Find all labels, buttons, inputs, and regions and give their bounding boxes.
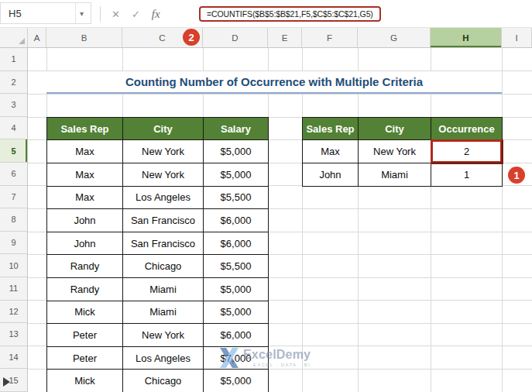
salary-cell[interactable]: $5,000 [204,140,269,163]
left-header-city[interactable]: City [123,118,204,141]
rep-cell[interactable]: Peter [47,347,123,370]
city-cell[interactable]: New York [359,140,431,163]
city-cell[interactable]: New York [123,163,204,187]
city-cell[interactable]: Los Angeles [123,187,204,210]
city-cell[interactable]: Miami [123,301,204,325]
row-header-12[interactable]: 12 [0,301,27,324]
row-header-5[interactable]: 5 [0,139,27,163]
salary-cell[interactable]: $5,500 [204,187,269,210]
salary-cell[interactable]: $5,500 [204,255,269,278]
row-header-11[interactable]: 11 [0,277,27,301]
rep-cell[interactable]: John [47,209,123,232]
city-cell[interactable]: Chicago [123,370,204,392]
enter-icon[interactable]: ✓ [132,9,140,20]
rep-cell[interactable]: Mick [47,301,123,325]
exceldemy-logo-icon [219,347,239,369]
salary-cell[interactable]: $5,000 [204,278,269,301]
column-header-b[interactable]: B [46,28,122,48]
salary-cell[interactable]: $6,000 [204,209,269,232]
row-header-10[interactable]: 10 [0,254,27,277]
right-header-city[interactable]: City [359,118,431,141]
row-header-6[interactable]: 6 [0,163,27,186]
row-headers: 1 2 3 4 5 6 7 8 9 10 11 12 13 14 15 [0,48,28,392]
row-header-14[interactable]: 14 [0,346,27,370]
left-header-sales-rep[interactable]: Sales Rep [47,118,123,141]
salary-cell[interactable]: $5,000 [204,301,269,325]
name-box[interactable]: H5 ▾ [0,2,91,24]
column-headers: A B C D E F G H I [0,28,532,48]
right-header-sales-rep[interactable]: Sales Rep [303,118,359,141]
row-header-2[interactable]: 2 [0,71,27,95]
city-cell[interactable]: Miami [123,278,204,301]
row-header-7[interactable]: 7 [0,186,27,209]
name-box-value: H5 [9,8,22,19]
watermark-brand: ExcelDemy [243,349,311,361]
row-header-1[interactable]: 1 [0,48,27,71]
row-header-3[interactable]: 3 [0,94,27,117]
rep-cell[interactable]: John [303,163,359,187]
city-cell[interactable]: San Francisco [123,209,204,232]
column-header-e[interactable]: E [268,28,302,48]
column-header-h[interactable]: H [431,28,502,48]
worksheet: A B C D E F G H I 1 2 3 4 5 6 7 8 9 10 1… [0,28,532,392]
row-header-13[interactable]: 13 [0,323,27,346]
left-header-salary[interactable]: Salary [204,118,269,141]
rep-cell[interactable]: Randy [47,255,123,278]
row-header-4[interactable]: 4 [0,117,27,140]
excel-window: H5 ▾ ✕ ✓ fx =COUNTIFS($B$5:$B$21,F5,$C$5… [0,0,532,392]
exceldemy-watermark: ExcelDemy EXCEL · DATA · BI [219,347,311,369]
rep-cell[interactable]: Mick [47,370,123,392]
column-header-i[interactable]: I [502,28,532,48]
rep-cell[interactable]: Max [47,187,123,210]
annotation-badge-result: 1 [508,167,525,184]
annotation-badge-formula: 2 [183,29,200,46]
city-cell[interactable]: Miami [359,163,431,187]
salary-cell[interactable]: $6,000 [204,324,269,347]
city-cell[interactable]: New York [123,140,204,163]
column-header-a[interactable]: A [28,28,46,48]
row-header-8[interactable]: 8 [0,208,27,232]
rep-cell[interactable]: Max [47,140,123,163]
rep-cell[interactable]: Max [47,163,123,187]
sheet-nav-arrow-icon[interactable] [3,377,10,387]
worksheet-title[interactable]: Counting Number of Occurrence with Multi… [46,71,502,94]
column-header-d[interactable]: D [203,28,268,48]
rep-cell[interactable]: Peter [47,324,123,347]
result-table: Sales Rep City Occurrence Max New York 2… [302,117,503,187]
insert-function-icon[interactable]: fx [152,8,160,21]
rep-cell[interactable]: John [47,232,123,256]
city-cell[interactable]: Chicago [123,255,204,278]
formula-bar-row: H5 ▾ ✕ ✓ fx =COUNTIFS($B$5:$B$21,F5,$C$5… [0,0,532,28]
right-header-occurrence[interactable]: Occurrence [431,118,503,141]
salary-cell[interactable]: $5,000 [204,163,269,187]
rep-cell[interactable]: Randy [47,278,123,301]
formula-bar-divider [100,6,101,22]
select-all-corner[interactable] [0,28,28,48]
city-cell[interactable]: New York [123,324,204,347]
formula-bar-buttons: ✕ ✓ fx [112,0,160,28]
rep-cell[interactable]: Max [303,140,359,163]
column-header-f[interactable]: F [302,28,358,48]
selected-cell-h5[interactable]: 2 [431,140,503,163]
formula-text[interactable]: =COUNTIFS($B$5:$B$21,F5,$C$5:$C$21,G5) [199,6,381,22]
salary-cell[interactable]: $5,000 [204,370,269,392]
watermark-tagline: EXCEL · DATA · BI [253,363,311,367]
row-header-9[interactable]: 9 [0,232,27,255]
chevron-down-icon[interactable]: ▾ [75,3,88,23]
occurrence-cell[interactable]: 1 [431,163,503,187]
formula-input-area[interactable]: =COUNTIFS($B$5:$B$21,F5,$C$5:$C$21,G5) [177,0,532,28]
column-header-g[interactable]: G [358,28,431,48]
cancel-icon[interactable]: ✕ [112,9,120,20]
city-cell[interactable]: San Francisco [123,232,204,256]
city-cell[interactable]: Los Angeles [123,347,204,370]
salary-cell[interactable]: $6,000 [204,232,269,256]
